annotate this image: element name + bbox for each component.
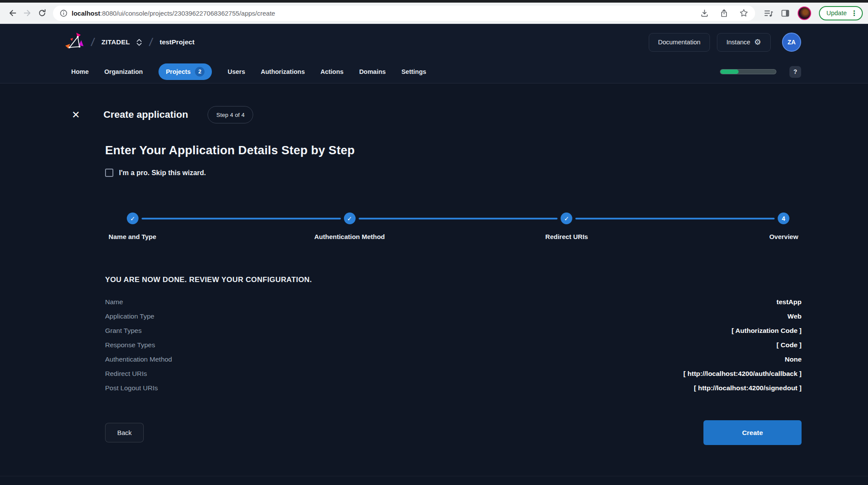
download-icon[interactable]	[700, 9, 709, 17]
tab-settings[interactable]: Settings	[401, 68, 426, 75]
review-row-value: [ http://localhost:4200/auth/callback ]	[683, 366, 802, 381]
step-label[interactable]: Authentication Method	[314, 233, 385, 240]
tab-label: Organization	[104, 68, 143, 75]
review-row: Response Types[ Code ]	[105, 338, 802, 352]
review-row: NametestApp	[105, 295, 802, 309]
page-title: Create application	[103, 109, 188, 120]
address-bar[interactable]: localhost:8080/ui/console/projects/23039…	[53, 6, 755, 21]
breadcrumb-project[interactable]: testProject	[160, 38, 195, 46]
review-row-label: Response Types	[105, 338, 155, 352]
review-list: NametestAppApplication TypeWebGrant Type…	[105, 295, 802, 395]
update-label: Update	[826, 10, 847, 17]
user-avatar[interactable]: ZA	[782, 33, 801, 52]
share-icon[interactable]	[720, 9, 728, 17]
step-check-icon[interactable]: ✓	[561, 213, 572, 224]
breadcrumb-slash: /	[149, 35, 154, 49]
site-info-icon[interactable]	[60, 10, 67, 17]
tab-label: Authorizations	[261, 68, 305, 75]
browser-forward-icon[interactable]	[20, 6, 35, 20]
tab-home[interactable]: Home	[71, 68, 89, 75]
review-row: Grant Types[ Authorization Code ]	[105, 323, 802, 338]
review-row-label: Authentication Method	[105, 352, 172, 366]
tab-actions[interactable]: Actions	[320, 68, 343, 75]
review-row: Application TypeWeb	[105, 309, 802, 323]
stepper-labels: Name and TypeAuthentication MethodRedire…	[105, 233, 802, 242]
skip-wizard-checkbox[interactable]	[105, 169, 113, 177]
skip-wizard-row[interactable]: I'm a pro. Skip this wizard.	[105, 169, 802, 177]
step-check-icon[interactable]: ✓	[344, 213, 356, 224]
page-bottom-divider	[0, 476, 868, 476]
back-button[interactable]: Back	[105, 423, 144, 442]
tab-authorizations[interactable]: Authorizations	[261, 68, 305, 75]
stepper-connector-line	[359, 218, 558, 219]
review-row-value: [ Code ]	[776, 338, 802, 352]
side-panel-icon[interactable]	[781, 9, 790, 18]
step-label[interactable]: Redirect URIs	[545, 233, 588, 240]
stepper-track: ✓✓✓4	[105, 213, 802, 224]
gear-icon: ⚙	[754, 38, 761, 46]
browser-toolbar: localhost:8080/ui/console/projects/23039…	[0, 3, 868, 24]
url-text: localhost:8080/ui/console/projects/23039…	[72, 10, 275, 17]
create-application-page: ✕ Create application Step 4 of 4 Enter Y…	[0, 83, 868, 445]
create-button[interactable]: Create	[703, 420, 802, 445]
breadcrumb-org[interactable]: ZITADEL	[102, 38, 130, 46]
tab-count-badge: 2	[195, 67, 205, 76]
wizard-stepper: ✓✓✓4 Name and TypeAuthentication MethodR…	[105, 213, 802, 242]
review-row-value: None	[785, 352, 802, 366]
browser-update-button[interactable]: Update ⋮	[819, 6, 863, 20]
documentation-button[interactable]: Documentation	[649, 33, 710, 52]
bookmark-star-icon[interactable]	[739, 9, 748, 17]
review-row-label: Redirect URIs	[105, 366, 147, 381]
tab-label: Users	[228, 68, 245, 75]
review-row-value: Web	[788, 309, 802, 323]
onboarding-progress-bar[interactable]	[720, 69, 776, 74]
progress-fill	[720, 70, 739, 74]
instance-button[interactable]: Instance ⚙	[717, 33, 771, 52]
media-queue-icon[interactable]	[764, 9, 773, 18]
documentation-label: Documentation	[658, 39, 701, 46]
step-label[interactable]: Name and Type	[109, 233, 156, 240]
help-button[interactable]: ?	[789, 66, 801, 78]
wizard-heading: Enter Your Application Details Step by S…	[105, 143, 802, 157]
tab-label: Domains	[359, 68, 386, 75]
review-row: Post Logout URIs[ http://localhost:4200/…	[105, 381, 802, 395]
step-number-circle[interactable]: 4	[778, 213, 789, 224]
browser-profile-avatar[interactable]	[798, 7, 811, 20]
step-label[interactable]: Overview	[769, 233, 799, 240]
app-header: / ZITADEL / testProject Documentation In…	[0, 24, 868, 83]
nav-tabs: HomeOrganizationProjects2UsersAuthorizat…	[71, 63, 426, 80]
review-row-label: Application Type	[105, 309, 154, 323]
browser-menu-dots-icon[interactable]: ⋮	[851, 9, 858, 17]
tab-label: Projects	[166, 68, 191, 75]
tab-label: Home	[71, 68, 89, 75]
breadcrumb-slash: /	[90, 35, 96, 49]
stepper-connector-line	[575, 218, 775, 219]
tab-domains[interactable]: Domains	[359, 68, 386, 75]
review-row-value: testApp	[776, 295, 802, 309]
tab-label: Settings	[401, 68, 426, 75]
step-indicator-badge: Step 4 of 4	[208, 106, 253, 123]
skip-wizard-label: I'm a pro. Skip this wizard.	[119, 169, 206, 177]
browser-reload-icon[interactable]	[35, 6, 50, 20]
instance-label: Instance	[726, 39, 750, 46]
review-row: Authentication MethodNone	[105, 352, 802, 366]
browser-back-icon[interactable]	[5, 6, 20, 20]
review-row-label: Grant Types	[105, 323, 142, 338]
review-heading: YOU ARE NOW DONE. REVIEW YOUR CONFIGURAT…	[105, 276, 802, 284]
close-icon[interactable]: ✕	[72, 110, 80, 120]
tab-label: Actions	[320, 68, 343, 75]
zitadel-logo[interactable]	[64, 32, 84, 52]
org-switcher-icon[interactable]	[136, 38, 142, 47]
tab-projects[interactable]: Projects2	[158, 63, 212, 80]
review-row-value: [ http://localhost:4200/signedout ]	[694, 381, 802, 395]
stepper-connector-line	[142, 218, 341, 219]
review-row-label: Post Logout URIs	[105, 381, 158, 395]
step-check-icon[interactable]: ✓	[127, 213, 139, 224]
tab-organization[interactable]: Organization	[104, 68, 143, 75]
review-row-value: [ Authorization Code ]	[732, 323, 802, 338]
review-row-label: Name	[105, 295, 123, 309]
tab-users[interactable]: Users	[228, 68, 245, 75]
review-row: Redirect URIs[ http://localhost:4200/aut…	[105, 366, 802, 381]
